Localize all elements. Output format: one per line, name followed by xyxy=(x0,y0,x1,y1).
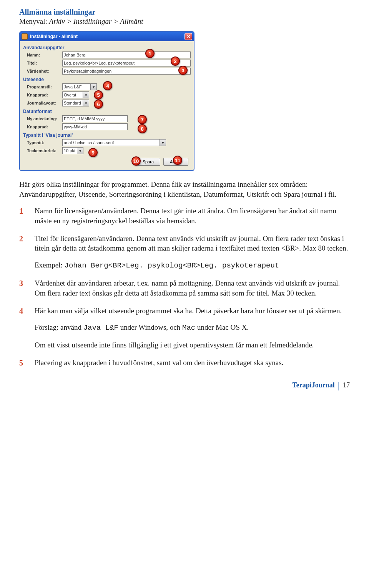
unit-field[interactable]: Psykoterapimottagningen xyxy=(62,68,191,75)
callout-8: 8 xyxy=(138,124,147,133)
section-font-title: Typsnitt i 'Visa journal' xyxy=(23,133,191,138)
list-item: 3Vårdenhet där användaren arbetar, t.ex.… xyxy=(19,278,350,298)
layout-label: Journallayout: xyxy=(23,101,62,105)
intro-text: Här görs olika inställningar för program… xyxy=(19,179,350,199)
toolbar-label: Knapprad: xyxy=(23,93,62,97)
callout-11: 11 xyxy=(173,156,182,165)
list-item: 5Placering av knappraden i huvudfönstret… xyxy=(19,358,350,368)
style-label: Programstil: xyxy=(23,85,62,89)
page-heading: Allmänna inställningar xyxy=(19,8,350,17)
toolbar-value: Överst xyxy=(63,92,83,98)
callout-6: 6 xyxy=(94,100,103,109)
style-value: Java L&F xyxy=(63,84,90,90)
item-text: Namn för licensägaren/användaren. Denna … xyxy=(35,206,350,226)
chevron-down-icon[interactable]: ▾ xyxy=(83,92,89,98)
item-paragraph: Om ett visst utseende inte finns tillgän… xyxy=(35,340,350,350)
size-value: 10 pkt xyxy=(63,148,77,154)
list-item: 1Namn för licensägaren/användaren. Denna… xyxy=(19,206,350,226)
save-label-rest: para xyxy=(145,159,154,164)
name-field[interactable]: Johan Berg xyxy=(62,51,191,58)
dialog-body: Användaruppgifter Namn: Johan Berg Titel… xyxy=(20,41,194,170)
size-label: Teckenstorlek: xyxy=(23,148,62,153)
style-combo[interactable]: Java L&F ▾ xyxy=(62,83,97,90)
section-user-title: Användaruppgifter xyxy=(23,45,191,50)
item-paragraph: Namn för licensägaren/användaren. Denna … xyxy=(35,206,350,226)
chevron-down-icon[interactable]: ▾ xyxy=(160,140,166,146)
monospace-text: Johan Berg<BR>Leg. psykolog<BR>Leg. psyk… xyxy=(65,261,279,270)
callout-5: 5 xyxy=(94,90,103,100)
callout-3: 3 xyxy=(178,66,188,75)
items-list: 1Namn för licensägaren/användaren. Denna… xyxy=(19,206,350,368)
item-paragraph: Här kan man välja vilket utseende progra… xyxy=(35,306,350,316)
callout-10: 10 xyxy=(131,156,141,166)
callout-1: 1 xyxy=(145,49,155,58)
item-number: 1 xyxy=(19,206,35,226)
item-text: Här kan man välja vilket utseende progra… xyxy=(35,306,350,350)
settings-icon xyxy=(22,33,28,40)
font-label: Typsnitt: xyxy=(23,140,62,145)
page-footer: TerapiJournal | 17 xyxy=(19,380,350,391)
newnote-field[interactable]: EEEE, d MMMM yyyy xyxy=(62,115,128,122)
newnote-label: Ny anteckning: xyxy=(23,116,62,121)
item-paragraph: Exempel: Johan Berg<BR>Leg. psykolog<BR>… xyxy=(35,260,350,271)
size-combo[interactable]: 10 pkt ▾ xyxy=(62,147,83,154)
section-dateformat-title: Datumformat xyxy=(23,109,191,114)
layout-combo[interactable]: Standard ▾ xyxy=(62,100,89,106)
menupath-label: Menyval: xyxy=(19,17,49,25)
item-paragraph: Förslag: använd Java L&F under Windows, … xyxy=(35,322,350,333)
font-combo[interactable]: arial / helvetica / sans-serif ▾ xyxy=(62,139,166,146)
callout-9: 9 xyxy=(88,148,98,157)
dialog-title: Inställningar - allmänt xyxy=(30,34,78,39)
toolbar-date-label: Knapprad: xyxy=(23,125,62,129)
footer-brand: TerapiJournal xyxy=(292,381,334,389)
footer-separator: | xyxy=(338,380,340,391)
item-text: Placering av knappraden i huvudfönstret,… xyxy=(35,358,350,368)
item-paragraph: Placering av knappraden i huvudfönstret,… xyxy=(35,358,350,368)
chevron-down-icon[interactable]: ▾ xyxy=(77,148,83,154)
close-icon[interactable]: ✕ xyxy=(184,33,192,40)
chevron-down-icon[interactable]: ▾ xyxy=(83,100,89,106)
item-paragraph: Titel för licensägaren/användaren. Denna… xyxy=(35,234,350,253)
chevron-down-icon[interactable]: ▾ xyxy=(90,84,96,90)
item-paragraph: Vårdenhet där användaren arbetar, t.ex. … xyxy=(35,278,350,298)
settings-dialog: Inställningar - allmänt ✕ Användaruppgif… xyxy=(19,31,194,171)
list-item: 2Titel för licensägaren/användaren. Denn… xyxy=(19,234,350,271)
unit-label: Vårdenhet: xyxy=(23,69,62,73)
title-label: Titel: xyxy=(23,61,62,65)
item-number: 3 xyxy=(19,278,35,298)
layout-value: Standard xyxy=(63,100,83,106)
name-label: Namn: xyxy=(23,53,62,57)
menu-path: Menyval: Arkiv > Inställningar > Allmänt xyxy=(19,17,350,26)
list-item: 4Här kan man välja vilket utseende progr… xyxy=(19,306,350,350)
item-text: Vårdenhet där användaren arbetar, t.ex. … xyxy=(35,278,350,298)
item-number: 4 xyxy=(19,306,35,350)
toolbar-date-field[interactable]: yyyy-MM-dd xyxy=(62,123,128,130)
callout-7: 7 xyxy=(138,115,147,124)
monospace-text: Java L&F xyxy=(83,324,118,332)
toolbar-combo[interactable]: Överst ▾ xyxy=(62,91,89,98)
footer-page-number: 17 xyxy=(343,381,350,389)
menupath-value: Arkiv > Inställningar > Allmänt xyxy=(49,17,143,25)
font-value: arial / helvetica / sans-serif xyxy=(63,140,160,146)
monospace-text: Mac xyxy=(182,324,195,332)
item-text: Titel för licensägaren/användaren. Denna… xyxy=(35,234,350,271)
callout-4: 4 xyxy=(103,81,112,90)
dialog-titlebar: Inställningar - allmänt ✕ xyxy=(20,32,194,41)
item-number: 5 xyxy=(19,358,35,368)
callout-2: 2 xyxy=(171,56,180,66)
item-number: 2 xyxy=(19,234,35,271)
